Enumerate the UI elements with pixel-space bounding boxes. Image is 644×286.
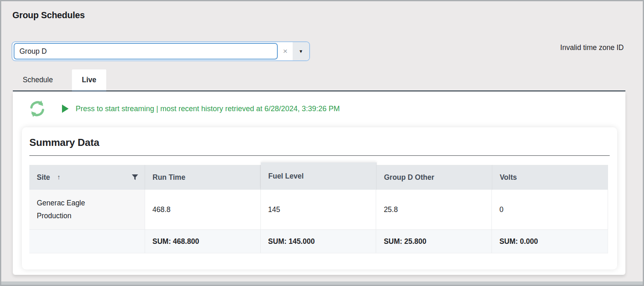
summary-table: Site ↑ Run Time Fuel Level (29, 165, 608, 253)
refresh-icon[interactable] (28, 99, 47, 118)
summary-data-title: Summary Data (29, 137, 610, 148)
table-row: Generac Eagle Production 468.8 145 25.8 … (29, 190, 608, 230)
cell-site: Generac Eagle Production (29, 190, 145, 229)
chevron-down-icon: ▼ (299, 49, 303, 54)
filter-icon[interactable] (132, 174, 138, 180)
sum-group-d-other: SUM: 25.800 (376, 230, 492, 253)
cell-fuel-level: 145 (261, 190, 377, 229)
title-divider (29, 155, 610, 156)
column-header-group-d-other[interactable]: Group D Other (377, 165, 492, 190)
group-combobox: × ▼ (12, 41, 310, 61)
sum-fuel-level: SUM: 145.000 (261, 230, 377, 253)
tab-schedule[interactable]: Schedule (13, 69, 63, 91)
summary-data-card: Summary Data Site ↑ Run Time (22, 127, 617, 269)
column-header-run-time[interactable]: Run Time (145, 165, 261, 190)
live-tab-panel: Press to start streaming | most recent h… (13, 92, 625, 275)
sum-site (29, 230, 145, 253)
group-select-input[interactable] (14, 43, 278, 60)
table-sum-row: SUM: 468.800 SUM: 145.000 SUM: 25.800 SU… (29, 230, 608, 253)
play-button[interactable] (62, 105, 69, 113)
page-title: Group Schedules (12, 10, 85, 21)
timezone-warning: Invalid time zone ID (560, 43, 624, 52)
play-icon (62, 105, 69, 113)
cell-run-time: 468.8 (145, 190, 261, 229)
clear-icon[interactable]: × (278, 42, 293, 60)
sum-volts: SUM: 0.000 (492, 230, 608, 253)
cell-group-d-other: 25.8 (376, 190, 492, 229)
tab-bar: Schedule Live (13, 69, 625, 91)
streaming-controls: Press to start streaming | most recent h… (28, 99, 340, 118)
table-header-row: Site ↑ Run Time Fuel Level (29, 165, 608, 190)
window-bottom-edge (1, 281, 643, 285)
tab-live[interactable]: Live (72, 69, 106, 91)
column-header-fuel-level[interactable]: Fuel Level (261, 162, 377, 190)
app-window: Group Schedules × ▼ Invalid time zone ID… (0, 0, 644, 286)
column-header-site[interactable]: Site ↑ (29, 165, 145, 190)
sort-ascending-icon[interactable]: ↑ (57, 174, 60, 181)
column-header-volts[interactable]: Volts (492, 165, 608, 190)
streaming-status-text: Press to start streaming | most recent h… (76, 105, 340, 113)
sum-run-time: SUM: 468.800 (145, 230, 261, 253)
dropdown-toggle-button[interactable]: ▼ (293, 42, 309, 60)
cell-volts: 0 (492, 190, 608, 229)
